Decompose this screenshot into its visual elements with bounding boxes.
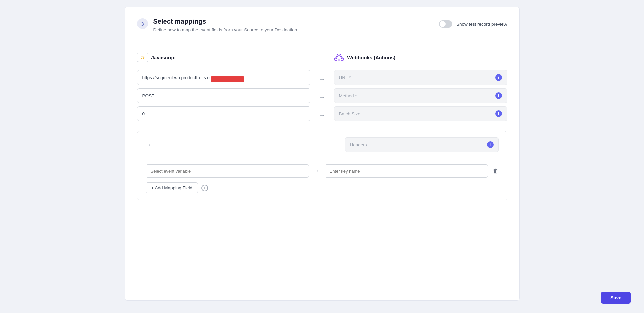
source-column: JS Javascript xyxy=(137,53,310,124)
header-right: Show test record preview xyxy=(439,20,507,28)
batch-dest-field: Batch Size i xyxy=(334,106,507,121)
delete-row-icon[interactable]: 🗑 xyxy=(493,168,499,175)
batch-size-input[interactable] xyxy=(137,106,310,121)
mapping-page: 3 Select mappings Define how to map the … xyxy=(125,7,520,301)
source-title: Javascript xyxy=(151,55,176,60)
batch-dest-label: Batch Size xyxy=(339,111,493,116)
destination-column: Webhooks (Actions) URL * i Method * i Ba… xyxy=(334,53,507,124)
add-mapping-button[interactable]: + Add Mapping Field xyxy=(146,182,198,193)
add-mapping-info-icon[interactable]: i xyxy=(201,185,208,191)
headers-content-row: → 🗑 + Add Mapping Field i xyxy=(137,158,507,200)
arrow-column: → → → xyxy=(310,53,334,124)
key-value-row: → 🗑 xyxy=(146,164,499,178)
source-header: JS Javascript xyxy=(137,53,310,62)
dest-header: Webhooks (Actions) xyxy=(334,53,507,62)
test-record-toggle[interactable] xyxy=(439,20,452,28)
page-header: 3 Select mappings Define how to map the … xyxy=(137,18,507,32)
url-info-icon[interactable]: i xyxy=(495,74,502,81)
dest-title: Webhooks (Actions) xyxy=(347,55,396,60)
add-mapping-row: + Add Mapping Field i xyxy=(146,182,499,193)
header-divider xyxy=(137,42,507,42)
dest-fields: URL * i Method * i Batch Size i xyxy=(334,70,507,124)
url-input-container xyxy=(137,70,310,88)
method-arrow: → xyxy=(319,88,325,106)
kv-arrow: → xyxy=(314,168,320,175)
batch-info-icon[interactable]: i xyxy=(495,110,502,117)
header-left: 3 Select mappings Define how to map the … xyxy=(137,18,297,32)
url-dest-label: URL * xyxy=(339,75,493,80)
enter-key-name[interactable] xyxy=(325,164,488,178)
page-subtitle: Define how to map the event fields from … xyxy=(153,27,297,32)
method-dest-label: Method * xyxy=(339,93,493,98)
redact-overlay xyxy=(211,76,244,82)
url-dest-field: URL * i xyxy=(334,70,507,85)
headers-dest-field: Headers i xyxy=(345,137,499,152)
save-button[interactable]: Save xyxy=(601,292,631,304)
step-badge: 3 xyxy=(137,18,148,29)
headers-title-row: → Headers i xyxy=(137,131,507,158)
svg-point-0 xyxy=(338,59,340,61)
javascript-icon: JS xyxy=(137,53,148,62)
header-text-group: Select mappings Define how to map the ev… xyxy=(153,18,297,32)
headers-info-icon[interactable]: i xyxy=(487,141,494,148)
source-fields xyxy=(137,70,310,124)
toggle-label: Show test record preview xyxy=(456,22,507,27)
webhook-icon xyxy=(334,53,344,62)
headers-section: → Headers i → 🗑 + Add Mapping Field i xyxy=(137,131,507,200)
method-info-icon[interactable]: i xyxy=(495,92,502,99)
page-title: Select mappings xyxy=(153,18,297,25)
headers-arrow: → xyxy=(146,141,152,148)
headers-dest-label: Headers xyxy=(350,142,484,147)
url-arrow: → xyxy=(319,70,325,88)
method-input[interactable] xyxy=(137,88,310,103)
mapping-area: JS Javascript → → → xyxy=(137,53,507,124)
select-event-variable[interactable] xyxy=(146,164,309,178)
batch-arrow: → xyxy=(319,106,325,124)
method-dest-field: Method * i xyxy=(334,88,507,103)
